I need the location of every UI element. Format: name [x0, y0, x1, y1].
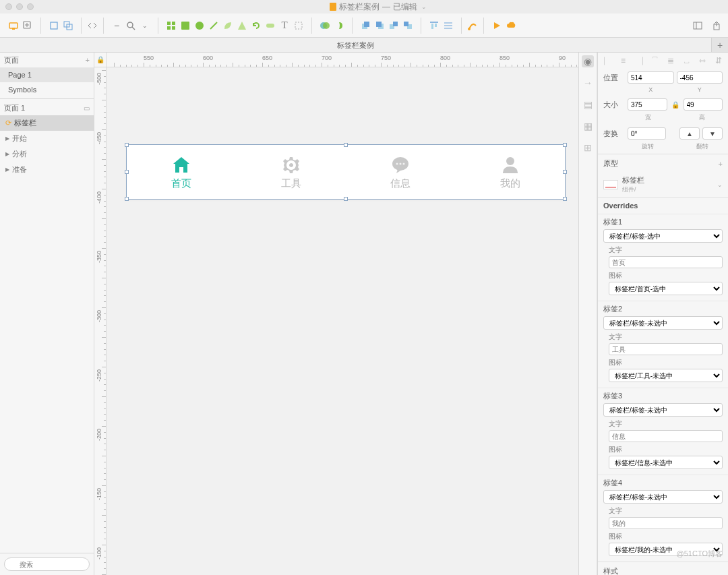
oval-shape-icon[interactable]	[193, 20, 206, 32]
layer-item[interactable]: ▶准备	[0, 162, 94, 177]
inspector-tab-layout[interactable]: ▤	[582, 98, 594, 111]
slice-tool-icon[interactable]	[293, 20, 305, 32]
tab-tools: 工具	[237, 145, 346, 199]
override-text-input[interactable]	[609, 430, 723, 442]
line-shape-icon[interactable]	[208, 20, 220, 32]
page-item[interactable]: Page 1	[0, 67, 94, 82]
rotation-input[interactable]	[628, 127, 666, 140]
tab-label: 首页	[171, 177, 191, 190]
grid-shape-icon[interactable]	[165, 20, 177, 32]
flip-h-button[interactable]: ▲	[679, 127, 700, 140]
minimize-dot[interactable]	[16, 3, 23, 10]
height-input[interactable]	[684, 98, 723, 111]
override-icon-select[interactable]: 标签栏/信息-未选中	[609, 456, 723, 469]
tab-active[interactable]: 标签栏案例	[0, 38, 712, 52]
svg-rect-11	[172, 22, 175, 25]
override-text-input[interactable]	[609, 343, 723, 355]
page-item[interactable]: Symbols	[0, 82, 94, 97]
title-caret-icon[interactable]: ⌄	[421, 3, 427, 10]
flip-v-button[interactable]: ▼	[702, 127, 723, 140]
watermark: @51CTO博客	[677, 549, 723, 559]
add-page-icon[interactable]: +	[86, 56, 90, 64]
prototype-symbol-row[interactable]: 标签栏 组件/ ⌄	[598, 173, 728, 197]
inspector-tab-grid[interactable]: ▦	[582, 120, 594, 132]
canvas-area[interactable]: 🔒 55060065070075080085090 -500-450-400-3…	[94, 53, 578, 575]
cloud-icon[interactable]	[505, 20, 517, 32]
forward-layer-icon[interactable]	[359, 20, 371, 32]
share-icon[interactable]	[710, 20, 723, 32]
inspector-tab-prototype[interactable]: →	[582, 77, 594, 89]
width-input[interactable]	[628, 98, 667, 111]
align-top-icon[interactable]: ⎴	[650, 55, 661, 66]
override-symbol-select[interactable]: 标签栏/标签-选中	[603, 229, 723, 243]
play-preview-icon[interactable]	[491, 20, 503, 32]
close-dot[interactable]	[5, 3, 12, 10]
leaf-shape-icon[interactable]	[222, 20, 234, 32]
align-left-icon[interactable]: ⎸	[602, 55, 613, 66]
layer-item-tabbar[interactable]: ⟳ 标签栏	[0, 115, 94, 131]
ruler-lock-icon[interactable]: 🔒	[94, 53, 107, 67]
pill-shape-icon[interactable]	[264, 20, 276, 32]
inspector-tab-table[interactable]: ⊞	[582, 142, 594, 154]
tab-add-button[interactable]: +	[712, 38, 728, 52]
layers-header: 页面 1 ▭	[0, 100, 94, 115]
override-symbol-select[interactable]: 标签栏/标签-未选中	[603, 490, 723, 504]
vector-tool-icon[interactable]	[466, 20, 479, 32]
triangle-shape-icon[interactable]	[236, 20, 248, 32]
override-text-input[interactable]	[609, 256, 723, 268]
tabbar-symbol-instance[interactable]: 首页 工具 信息 我的	[127, 145, 565, 199]
distribute-h-icon[interactable]: ⇿	[697, 55, 708, 66]
union-bool-icon[interactable]	[319, 20, 331, 32]
override-icon-select[interactable]: 标签栏/工具-未选中	[609, 369, 723, 382]
layers-menu-icon[interactable]: ▭	[84, 104, 90, 112]
layer-item[interactable]: ▶分析	[0, 146, 94, 162]
align-center-v-icon[interactable]: ≣	[665, 55, 676, 66]
override-block: 标签1 标签栏/标签-选中 文字 图标 标签栏/首页-选中	[598, 214, 728, 301]
distribute-v-icon[interactable]: ⇵	[713, 55, 724, 66]
backward-layer-icon[interactable]	[373, 20, 386, 32]
x-input[interactable]	[628, 71, 674, 84]
subtract-bool-icon[interactable]	[333, 20, 345, 32]
override-symbol-select[interactable]: 标签栏/标签-未选中	[603, 403, 723, 417]
zoom-tool-icon[interactable]	[125, 20, 137, 32]
artboard-tool-icon[interactable]	[7, 20, 20, 32]
svg-rect-0	[9, 23, 18, 28]
symbol-create-icon[interactable]	[62, 20, 74, 32]
align-right-icon[interactable]: ⎹	[634, 55, 644, 66]
align-center-h-icon[interactable]: ≡	[618, 55, 629, 66]
front-layer-icon[interactable]	[388, 20, 400, 32]
override-text-label: 文字	[609, 506, 723, 516]
y-input[interactable]	[677, 71, 723, 84]
layer-item[interactable]: ▶开始	[0, 131, 94, 146]
override-symbol-select[interactable]: 标签栏/标签-未选中	[603, 316, 723, 330]
view-mode-icon[interactable]	[692, 20, 704, 32]
resize-tool-icon[interactable]	[86, 20, 98, 32]
override-text-label: 文字	[609, 332, 723, 342]
symbol-rotate-icon: ⟳	[5, 119, 11, 127]
distribute-icon[interactable]	[442, 20, 454, 32]
rect-shape-icon[interactable]	[179, 20, 191, 32]
override-icon-label: 图标	[609, 358, 723, 367]
add-prototype-icon[interactable]: +	[719, 160, 723, 168]
traffic-lights[interactable]	[5, 3, 34, 10]
back-layer-icon[interactable]	[402, 20, 414, 32]
zoom-dot[interactable]	[27, 3, 34, 10]
window-title-text: 标签栏案例	[339, 1, 380, 13]
align-top-icon[interactable]	[428, 20, 440, 32]
zoom-minus-icon[interactable]: −	[111, 20, 123, 32]
insert-tool-icon[interactable]	[22, 20, 34, 32]
inspector-tab-design[interactable]: ◉	[582, 55, 594, 67]
home-icon	[171, 154, 192, 176]
chevron-down-icon[interactable]: ⌄	[717, 181, 723, 188]
rotate-shape-icon[interactable]	[250, 20, 262, 32]
lock-aspect-icon[interactable]: 🔒	[670, 101, 681, 109]
search-input[interactable]	[4, 557, 90, 571]
zoom-caret-icon[interactable]: ⌄	[139, 20, 151, 32]
align-bottom-icon[interactable]: ⎵	[681, 55, 692, 66]
override-text-input[interactable]	[609, 517, 723, 529]
symbol-tool-icon[interactable]	[48, 20, 60, 32]
svg-point-20	[323, 22, 330, 29]
override-icon-select[interactable]: 标签栏/首页-选中	[609, 282, 723, 295]
layer-label: 标签栏	[14, 118, 36, 128]
text-tool-icon[interactable]: T	[278, 20, 291, 32]
